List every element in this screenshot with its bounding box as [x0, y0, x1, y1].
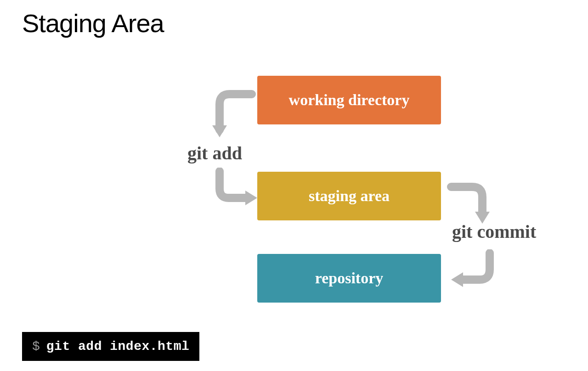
git-add-label: git add	[187, 142, 242, 164]
arrow-working-to-add-icon	[211, 89, 257, 144]
git-flow-diagram: working directory staging area repositor…	[0, 76, 588, 315]
repository-label: repository	[315, 270, 384, 287]
working-directory-box: working directory	[257, 76, 441, 124]
terminal-command: git add index.html	[46, 339, 189, 354]
arrow-add-to-staging-icon	[212, 168, 263, 214]
terminal-snippet: $ git add index.html	[22, 332, 199, 361]
slide-title: Staging Area	[22, 8, 164, 38]
staging-area-label: staging area	[309, 187, 390, 205]
working-directory-label: working directory	[289, 91, 410, 109]
terminal-prompt: $	[32, 339, 40, 354]
arrow-commit-to-repo-icon	[446, 249, 501, 295]
repository-box: repository	[257, 254, 441, 303]
arrow-staging-to-commit-icon	[446, 180, 496, 231]
staging-area-box: staging area	[257, 172, 441, 220]
